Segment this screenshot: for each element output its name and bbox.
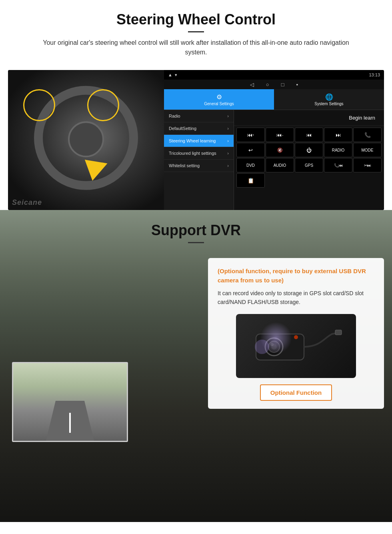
menu-radio-label: Radio [169, 114, 180, 118]
menu-tricoloured-label: Tricoloured light settings [169, 151, 216, 156]
steering-section: Steering Wheel Control Your original car… [0, 0, 392, 210]
menu-default-chevron: › [227, 126, 229, 131]
steering-subtitle: Your original car's steering wheel contr… [32, 38, 360, 57]
ctrl-prev-track[interactable]: ⏮ [295, 128, 323, 142]
menu-nav-icon[interactable]: ▪ [296, 82, 298, 88]
camera-light-beam [260, 322, 292, 354]
wheel-hub [68, 121, 104, 157]
dvr-title: Support DVR [16, 222, 376, 239]
wifi-icon: ▾ [175, 72, 177, 78]
settings-body: Radio › DefaultSetting › Steering Wheel … [164, 110, 384, 210]
menu-tricoloured[interactable]: Tricoloured light settings › [164, 147, 234, 160]
ctrl-extra[interactable]: 📋 [236, 173, 265, 188]
menu-steering-chevron: › [227, 138, 229, 143]
settings-menu: Radio › DefaultSetting › Steering Wheel … [164, 110, 234, 210]
dvr-title-area: Support DVR [0, 210, 392, 250]
menu-default-label: DefaultSetting [169, 126, 196, 131]
dvr-inset-screenshot [12, 362, 128, 442]
svg-point-4 [294, 335, 298, 339]
svg-rect-5 [335, 330, 342, 335]
steering-title-area: Steering Wheel Control Your original car… [0, 0, 392, 70]
general-settings-icon: ⚙ [216, 93, 222, 101]
settings-tabs: ⚙ General Settings 🌐 System Settings [164, 89, 384, 110]
ctrl-power[interactable]: ⏻ [295, 143, 323, 157]
dvr-optional-notice: (Optional function, require to buy exter… [218, 267, 374, 285]
dvr-info-card: (Optional function, require to buy exter… [208, 258, 384, 409]
title-divider [188, 31, 204, 32]
demo-panel: Seicane ▲ ▾ 13:13 ◁ ○ □ ▪ ⚙ [8, 70, 384, 210]
status-left: ▲ ▾ [168, 72, 177, 78]
system-settings-label: System Settings [314, 102, 343, 106]
menu-default-setting[interactable]: DefaultSetting › [164, 122, 234, 135]
ctrl-next-track[interactable]: ⏭ [324, 128, 352, 142]
menu-steering-wheel-learning[interactable]: Steering Wheel learning › [164, 135, 234, 147]
ctrl-dvd[interactable]: DVD [236, 158, 265, 172]
recents-nav-icon[interactable]: □ [281, 82, 284, 88]
inset-road-line [69, 413, 71, 433]
tab-general-settings[interactable]: ⚙ General Settings [164, 89, 274, 110]
home-nav-icon[interactable]: ○ [266, 82, 269, 88]
control-buttons-grid: ⏮+ ⏮– ⏮ ⏭ 📞 ↩ 🔇 ⏻ RADIO MODE DVD AUDIO [234, 126, 384, 189]
ctrl-mute[interactable]: 🔇 [266, 143, 294, 157]
back-nav-icon[interactable]: ◁ [250, 82, 254, 88]
begin-learn-button[interactable]: Begin learn [346, 113, 378, 122]
general-settings-label: General Settings [204, 102, 234, 106]
dvr-divider [188, 242, 204, 243]
menu-tricoloured-chevron: › [227, 151, 229, 156]
ctrl-mode[interactable]: MODE [353, 143, 382, 157]
status-time: 13:13 [369, 72, 380, 77]
system-settings-icon: 🌐 [325, 93, 333, 101]
android-nav-bar: ◁ ○ □ ▪ [164, 80, 384, 89]
ctrl-phone[interactable]: 📞 [353, 128, 382, 142]
steering-wheel-image: Seicane [8, 70, 164, 210]
dvr-camera-area [218, 314, 374, 378]
ctrl-radio[interactable]: RADIO [324, 143, 352, 157]
ctrl-phone-prev[interactable]: 📞⏮ [324, 158, 352, 172]
ctrl-hangup[interactable]: ↩ [236, 143, 265, 157]
ctrl-vol-up[interactable]: ⏮+ [236, 128, 265, 142]
dvr-camera-illustration [236, 314, 356, 378]
ctrl-vol-down[interactable]: ⏮– [266, 128, 294, 142]
steering-title: Steering Wheel Control [16, 11, 376, 28]
menu-radio-chevron: › [227, 114, 229, 118]
ctrl-gps[interactable]: GPS [295, 158, 323, 172]
android-ui: ▲ ▾ 13:13 ◁ ○ □ ▪ ⚙ General Settings 🌐 [164, 70, 384, 210]
menu-radio[interactable]: Radio › [164, 110, 234, 122]
signal-icon: ▲ [168, 72, 172, 77]
camera-svg [244, 318, 348, 374]
tab-system-settings[interactable]: 🌐 System Settings [274, 89, 384, 110]
android-status-bar: ▲ ▾ 13:13 [164, 70, 384, 80]
ctrl-audio[interactable]: AUDIO [266, 158, 294, 172]
menu-whitelist-chevron: › [227, 163, 229, 168]
begin-learn-row: Begin learn [234, 110, 384, 126]
dvr-section: Support DVR (Optional function, require … [0, 210, 392, 522]
ctrl-cut-next[interactable]: ✂⏭ [353, 158, 382, 172]
dvr-body-text: It can record video only to storage in G… [218, 289, 374, 307]
menu-steering-label: Steering Wheel learning [169, 138, 216, 143]
menu-whitelist-label: Whitelist setting [169, 163, 200, 168]
optional-function-button[interactable]: Optional Function [260, 384, 332, 401]
watermark: Seicane [12, 198, 42, 207]
controls-panel: Begin learn ⏮+ ⏮– ⏮ ⏭ 📞 ↩ 🔇 ⏻ RADIO [234, 110, 384, 210]
menu-whitelist[interactable]: Whitelist setting › [164, 160, 234, 172]
